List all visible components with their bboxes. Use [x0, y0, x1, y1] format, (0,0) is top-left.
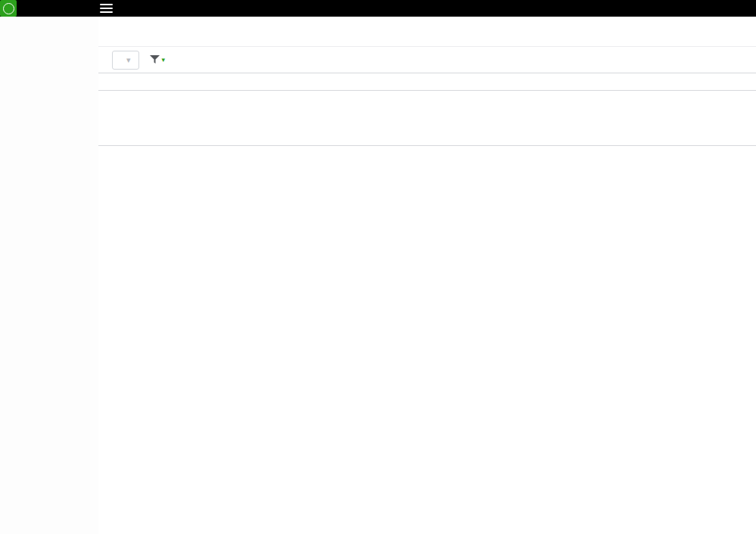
- hamburger-menu-icon[interactable]: [100, 4, 113, 13]
- expanded-detail: [98, 91, 756, 146]
- page-tabs: [98, 17, 756, 47]
- toolbar: ▾ ▾: [98, 47, 756, 73]
- funnel-icon: [150, 55, 160, 64]
- quickbooks-logo-icon[interactable]: [0, 0, 17, 17]
- filter-control[interactable]: ▾: [150, 55, 166, 64]
- sidebar-nav: [0, 17, 98, 534]
- brand-area: [0, 0, 98, 17]
- chevron-down-icon: ▾: [126, 55, 131, 65]
- qb-logo-glyph: [3, 3, 14, 14]
- top-bar: [0, 0, 756, 17]
- quickbooks-app: ▾ ▾: [0, 0, 756, 534]
- filter-chevron-down-icon: ▾: [162, 56, 166, 64]
- transactions-table: [98, 73, 756, 534]
- batch-actions-button[interactable]: ▾: [112, 51, 139, 70]
- table-header-row: [98, 73, 756, 91]
- action-options-row: [129, 100, 756, 123]
- main-content: ▾ ▾: [98, 17, 756, 534]
